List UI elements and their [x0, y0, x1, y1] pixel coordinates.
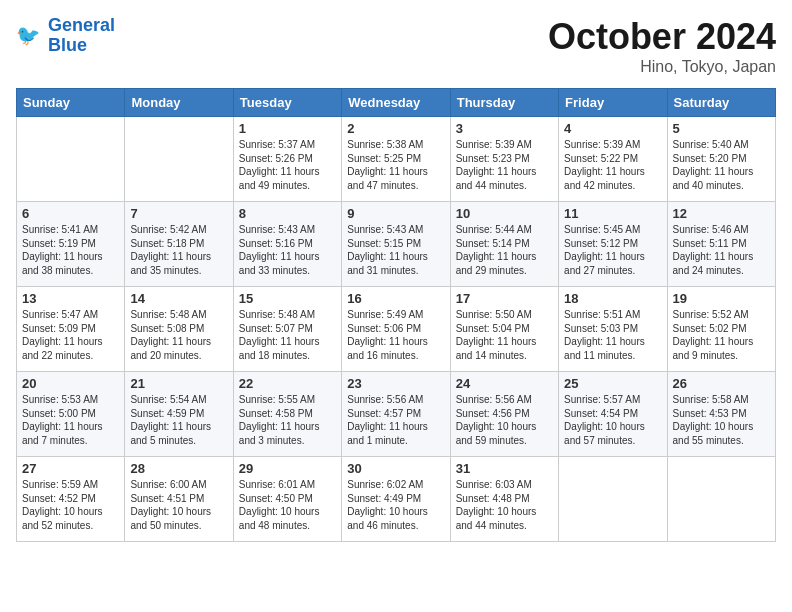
day-info: Sunrise: 5:46 AMSunset: 5:11 PMDaylight:…: [673, 223, 770, 277]
day-info: Sunrise: 6:00 AMSunset: 4:51 PMDaylight:…: [130, 478, 227, 532]
weekday-header-monday: Monday: [125, 89, 233, 117]
weekday-header-thursday: Thursday: [450, 89, 558, 117]
calendar-cell: 24Sunrise: 5:56 AMSunset: 4:56 PMDayligh…: [450, 372, 558, 457]
day-number: 11: [564, 206, 661, 221]
calendar-cell: 7Sunrise: 5:42 AMSunset: 5:18 PMDaylight…: [125, 202, 233, 287]
day-info: Sunrise: 5:48 AMSunset: 5:07 PMDaylight:…: [239, 308, 336, 362]
calendar-cell: 5Sunrise: 5:40 AMSunset: 5:20 PMDaylight…: [667, 117, 775, 202]
day-info: Sunrise: 6:02 AMSunset: 4:49 PMDaylight:…: [347, 478, 444, 532]
calendar-cell: 11Sunrise: 5:45 AMSunset: 5:12 PMDayligh…: [559, 202, 667, 287]
day-info: Sunrise: 5:49 AMSunset: 5:06 PMDaylight:…: [347, 308, 444, 362]
calendar-week-1: 1Sunrise: 5:37 AMSunset: 5:26 PMDaylight…: [17, 117, 776, 202]
day-number: 12: [673, 206, 770, 221]
weekday-header-saturday: Saturday: [667, 89, 775, 117]
day-number: 30: [347, 461, 444, 476]
day-info: Sunrise: 5:39 AMSunset: 5:22 PMDaylight:…: [564, 138, 661, 192]
calendar-cell: 31Sunrise: 6:03 AMSunset: 4:48 PMDayligh…: [450, 457, 558, 542]
calendar-cell: 25Sunrise: 5:57 AMSunset: 4:54 PMDayligh…: [559, 372, 667, 457]
weekday-header-friday: Friday: [559, 89, 667, 117]
logo: 🐦 General Blue: [16, 16, 115, 56]
calendar-cell: 27Sunrise: 5:59 AMSunset: 4:52 PMDayligh…: [17, 457, 125, 542]
day-number: 4: [564, 121, 661, 136]
day-number: 23: [347, 376, 444, 391]
day-number: 19: [673, 291, 770, 306]
day-info: Sunrise: 5:54 AMSunset: 4:59 PMDaylight:…: [130, 393, 227, 447]
day-number: 27: [22, 461, 119, 476]
day-info: Sunrise: 5:50 AMSunset: 5:04 PMDaylight:…: [456, 308, 553, 362]
day-number: 15: [239, 291, 336, 306]
logo-blue: Blue: [48, 35, 87, 55]
day-info: Sunrise: 5:56 AMSunset: 4:57 PMDaylight:…: [347, 393, 444, 447]
calendar-cell: [17, 117, 125, 202]
day-number: 24: [456, 376, 553, 391]
day-info: Sunrise: 5:43 AMSunset: 5:15 PMDaylight:…: [347, 223, 444, 277]
day-info: Sunrise: 5:47 AMSunset: 5:09 PMDaylight:…: [22, 308, 119, 362]
calendar-cell: 23Sunrise: 5:56 AMSunset: 4:57 PMDayligh…: [342, 372, 450, 457]
calendar-week-3: 13Sunrise: 5:47 AMSunset: 5:09 PMDayligh…: [17, 287, 776, 372]
day-number: 25: [564, 376, 661, 391]
month-title-block: October 2024 Hino, Tokyo, Japan: [548, 16, 776, 76]
day-info: Sunrise: 5:44 AMSunset: 5:14 PMDaylight:…: [456, 223, 553, 277]
day-number: 20: [22, 376, 119, 391]
calendar-cell: 19Sunrise: 5:52 AMSunset: 5:02 PMDayligh…: [667, 287, 775, 372]
calendar-cell: 22Sunrise: 5:55 AMSunset: 4:58 PMDayligh…: [233, 372, 341, 457]
day-number: 8: [239, 206, 336, 221]
weekday-header-sunday: Sunday: [17, 89, 125, 117]
day-number: 29: [239, 461, 336, 476]
day-number: 16: [347, 291, 444, 306]
day-info: Sunrise: 5:51 AMSunset: 5:03 PMDaylight:…: [564, 308, 661, 362]
logo-text: General Blue: [48, 16, 115, 56]
calendar-cell: 13Sunrise: 5:47 AMSunset: 5:09 PMDayligh…: [17, 287, 125, 372]
calendar-week-2: 6Sunrise: 5:41 AMSunset: 5:19 PMDaylight…: [17, 202, 776, 287]
calendar-cell: 15Sunrise: 5:48 AMSunset: 5:07 PMDayligh…: [233, 287, 341, 372]
day-number: 10: [456, 206, 553, 221]
day-number: 22: [239, 376, 336, 391]
day-info: Sunrise: 5:45 AMSunset: 5:12 PMDaylight:…: [564, 223, 661, 277]
day-info: Sunrise: 5:55 AMSunset: 4:58 PMDaylight:…: [239, 393, 336, 447]
day-number: 18: [564, 291, 661, 306]
day-info: Sunrise: 6:03 AMSunset: 4:48 PMDaylight:…: [456, 478, 553, 532]
day-info: Sunrise: 5:56 AMSunset: 4:56 PMDaylight:…: [456, 393, 553, 447]
day-number: 13: [22, 291, 119, 306]
day-info: Sunrise: 5:59 AMSunset: 4:52 PMDaylight:…: [22, 478, 119, 532]
day-info: Sunrise: 5:38 AMSunset: 5:25 PMDaylight:…: [347, 138, 444, 192]
day-info: Sunrise: 5:41 AMSunset: 5:19 PMDaylight:…: [22, 223, 119, 277]
calendar-cell: 12Sunrise: 5:46 AMSunset: 5:11 PMDayligh…: [667, 202, 775, 287]
svg-text:🐦: 🐦: [16, 22, 41, 46]
calendar-cell: 2Sunrise: 5:38 AMSunset: 5:25 PMDaylight…: [342, 117, 450, 202]
calendar-cell: 14Sunrise: 5:48 AMSunset: 5:08 PMDayligh…: [125, 287, 233, 372]
day-info: Sunrise: 5:53 AMSunset: 5:00 PMDaylight:…: [22, 393, 119, 447]
calendar-table: SundayMondayTuesdayWednesdayThursdayFrid…: [16, 88, 776, 542]
day-number: 5: [673, 121, 770, 136]
calendar-cell: 21Sunrise: 5:54 AMSunset: 4:59 PMDayligh…: [125, 372, 233, 457]
day-info: Sunrise: 5:52 AMSunset: 5:02 PMDaylight:…: [673, 308, 770, 362]
day-info: Sunrise: 6:01 AMSunset: 4:50 PMDaylight:…: [239, 478, 336, 532]
day-info: Sunrise: 5:37 AMSunset: 5:26 PMDaylight:…: [239, 138, 336, 192]
day-info: Sunrise: 5:43 AMSunset: 5:16 PMDaylight:…: [239, 223, 336, 277]
day-number: 21: [130, 376, 227, 391]
calendar-cell: 8Sunrise: 5:43 AMSunset: 5:16 PMDaylight…: [233, 202, 341, 287]
day-info: Sunrise: 5:57 AMSunset: 4:54 PMDaylight:…: [564, 393, 661, 447]
day-number: 28: [130, 461, 227, 476]
calendar-week-4: 20Sunrise: 5:53 AMSunset: 5:00 PMDayligh…: [17, 372, 776, 457]
logo-icon: 🐦: [16, 22, 44, 50]
calendar-cell: 30Sunrise: 6:02 AMSunset: 4:49 PMDayligh…: [342, 457, 450, 542]
day-number: 6: [22, 206, 119, 221]
calendar-cell: 4Sunrise: 5:39 AMSunset: 5:22 PMDaylight…: [559, 117, 667, 202]
calendar-cell: 9Sunrise: 5:43 AMSunset: 5:15 PMDaylight…: [342, 202, 450, 287]
calendar-cell: 6Sunrise: 5:41 AMSunset: 5:19 PMDaylight…: [17, 202, 125, 287]
calendar-cell: 20Sunrise: 5:53 AMSunset: 5:00 PMDayligh…: [17, 372, 125, 457]
calendar-cell: 3Sunrise: 5:39 AMSunset: 5:23 PMDaylight…: [450, 117, 558, 202]
day-number: 31: [456, 461, 553, 476]
calendar-cell: [559, 457, 667, 542]
day-info: Sunrise: 5:42 AMSunset: 5:18 PMDaylight:…: [130, 223, 227, 277]
calendar-cell: [125, 117, 233, 202]
calendar-cell: 10Sunrise: 5:44 AMSunset: 5:14 PMDayligh…: [450, 202, 558, 287]
day-number: 2: [347, 121, 444, 136]
day-info: Sunrise: 5:58 AMSunset: 4:53 PMDaylight:…: [673, 393, 770, 447]
calendar-week-5: 27Sunrise: 5:59 AMSunset: 4:52 PMDayligh…: [17, 457, 776, 542]
calendar-cell: 1Sunrise: 5:37 AMSunset: 5:26 PMDaylight…: [233, 117, 341, 202]
calendar-cell: 18Sunrise: 5:51 AMSunset: 5:03 PMDayligh…: [559, 287, 667, 372]
day-number: 7: [130, 206, 227, 221]
day-number: 26: [673, 376, 770, 391]
